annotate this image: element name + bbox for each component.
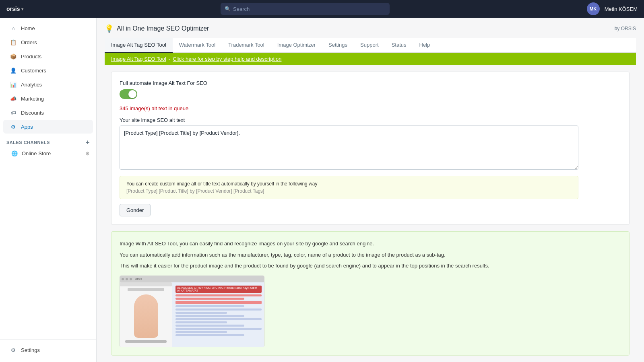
tab-status[interactable]: Status [385,38,413,53]
preview-mockup: ALT/GOSEO CTRL< <IMG SRC IMG Helisca Nab… [120,282,264,347]
code-line-11 [175,331,227,333]
queue-text: 345 image(s) alt text in queue [120,105,621,111]
toggle-knob [128,90,136,98]
tabs-wrapper: Image Alt Tag SEO Tool Watermark Tool Tr… [105,38,636,65]
app-header-icon: 💡 [105,24,114,33]
sales-channels-section: SALES CHANNELS + [0,134,96,148]
search-icon: 🔍 [225,6,231,12]
add-sales-channel-icon[interactable]: + [86,139,90,146]
logo-text: orsis [6,6,20,12]
search-container: 🔍 [221,3,390,15]
seo-field-label: Your site image SEO alt text [120,117,621,123]
sidebar-item-products[interactable]: 📦 Products [3,49,93,63]
avatar-initials: MK [590,6,597,11]
online-store-label: Online Store [22,150,51,156]
orsis-logo[interactable]: orsis ▾ [6,6,23,12]
hint-box: You can create custom image alt or title… [120,176,578,199]
gonder-button[interactable]: Gonder [120,204,151,216]
code-line-6 [175,315,244,317]
sidebar-item-customers[interactable]: 👤 Customers [3,64,93,77]
preview-sublabel [128,288,164,291]
sidebar-item-apps[interactable]: ⚙ Apps [3,120,93,134]
preview-left [120,282,172,347]
code-line-10 [175,328,262,330]
preview-url: orsis [135,277,142,281]
marketing-icon: 📣 [10,95,17,102]
tabs-bar: Image Alt Tag SEO Tool Watermark Tool Tr… [105,38,636,53]
code-line-5 [175,312,227,314]
search-input[interactable] [233,6,386,12]
code-line-highlight [175,301,262,304]
page-inner: 💡 All in One Image SEO Optimizer by ORSI… [97,18,644,362]
online-store-settings-icon[interactable]: ⚙ [85,151,90,156]
search-box[interactable]: 🔍 [221,3,390,15]
tab-image-alt-tag-seo-tool[interactable]: Image Alt Tag SEO Tool [105,38,173,53]
orders-icon: 📋 [10,39,17,46]
app-by-label: by ORSIS [615,26,636,31]
code-line-2 [175,298,244,300]
tab-trademark-tool[interactable]: Trademark Tool [222,38,271,53]
hint-intro: You can create custom image alt or title… [126,181,572,187]
preview-code-header: ALT/GOSEO CTRL< <IMG SRC IMG Helisca Nab… [175,286,262,293]
toggle-row: Full automate Image Alt Text For SEO [120,80,621,99]
leg-shape [134,294,158,338]
app-header-title: All in One Image SEO Optimizer [117,25,209,32]
sidebar-item-orders[interactable]: 📋 Orders [3,35,93,49]
discounts-icon: 🏷 [10,109,17,116]
tab-watermark-tool[interactable]: Watermark Tool [173,38,222,53]
sales-channels-title: SALES CHANNELS [6,140,50,145]
tab-help[interactable]: Help [413,38,437,53]
main-layout: ⌂ Home 📋 Orders 📦 Products 👤 Customers 📊… [0,18,644,362]
sidebar-item-marketing[interactable]: 📣 Marketing [3,92,93,105]
dot3 [130,278,132,280]
code-line-3 [175,305,244,307]
info-bar-link2[interactable]: Click here for step by step help and des… [173,56,281,62]
tab-support[interactable]: Support [354,38,385,53]
info-bar-link1[interactable]: Image Alt Tag SEO Tool [111,56,166,62]
sidebar-item-online-store[interactable]: 🌐 Online Store ⚙ [0,148,96,159]
preview-image-container: orsis ALT/GOSEO CTRL< <IMG SRC IMG Helis… [120,276,264,347]
code-line-4 [175,309,262,311]
products-icon: 📦 [10,53,17,60]
toggle-label: Full automate Image Alt Text For SEO [120,80,207,86]
panel-inner: Full automate Image Alt Text For SEO 345… [111,72,629,224]
content-area: 💡 All in One Image SEO Optimizer by ORSI… [97,18,644,362]
user-name: Metin KÖSEM [605,6,638,12]
home-icon: ⌂ [10,25,17,32]
info-bar-separator: - [169,56,170,62]
top-nav-right: MK Metin KÖSEM [587,2,638,15]
desc-line3: This will make it easier for the product… [120,262,621,270]
top-nav-left: orsis ▾ [6,6,23,12]
code-line-12 [175,334,244,336]
sidebar-item-analytics[interactable]: 📊 Analytics [3,78,93,91]
sidebar-item-label: Home [21,25,35,31]
sidebar-item-label: Orders [21,39,37,45]
seo-textarea[interactable]: [Product Type] [Product Title] by [Produ… [120,125,578,170]
code-line-8 [175,321,227,323]
logo-caret: ▾ [21,7,23,11]
online-store-icon: 🌐 [11,150,18,156]
apps-icon: ⚙ [10,123,17,130]
avatar: MK [587,2,600,15]
dot1 [122,278,124,280]
desc-line2: You can automatically add information su… [120,251,621,259]
tab-image-optimizer[interactable]: Image Optimizer [271,38,322,53]
analytics-icon: 📊 [10,81,17,88]
preview-right: ALT/GOSEO CTRL< <IMG SRC IMG Helisca Nab… [172,282,264,347]
sidebar-item-label: Customers [21,68,46,74]
sidebar-nav: ⌂ Home 📋 Orders 📦 Products 👤 Customers 📊… [0,18,96,339]
preview-header-bar: orsis [120,276,264,282]
settings-label: Settings [21,347,40,353]
app-header: 💡 All in One Image SEO Optimizer by ORSI… [105,24,636,33]
sidebar-item-settings[interactable]: ⚙ Settings [3,343,93,357]
info-bar: Image Alt Tag SEO Tool - Click here for … [105,53,636,65]
automate-toggle[interactable] [120,89,137,99]
code-line-7 [175,318,262,320]
sidebar-item-home[interactable]: ⌂ Home [3,21,93,35]
tab-settings[interactable]: Settings [322,38,354,53]
sidebar-item-discounts[interactable]: 🏷 Discounts [3,106,93,119]
sidebar-item-label: Products [21,53,41,60]
preview-label [120,282,172,287]
sidebar-bottom: ⚙ Settings [0,339,96,362]
desc-panel: Image With Alt SEO Tool, you can easily … [111,231,630,356]
